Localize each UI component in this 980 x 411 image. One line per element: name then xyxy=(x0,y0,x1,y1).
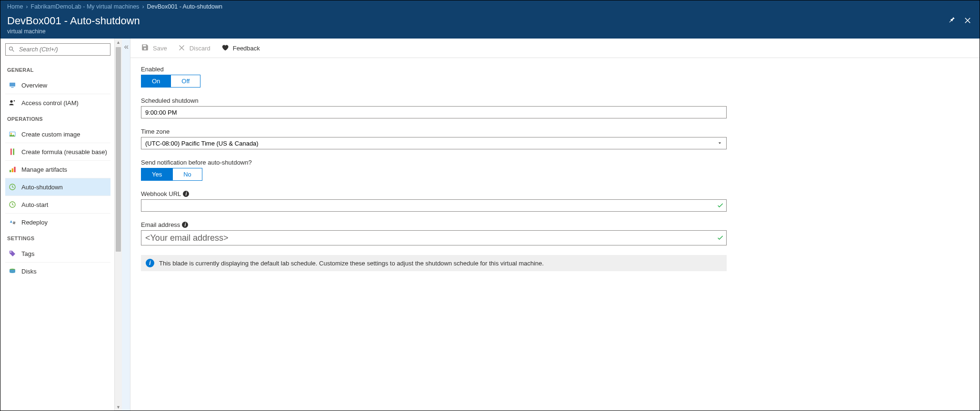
search-input[interactable] xyxy=(5,43,110,56)
svg-rect-6 xyxy=(10,148,12,155)
sidebar-item-disks[interactable]: Disks xyxy=(5,262,110,280)
svg-rect-7 xyxy=(13,148,14,155)
redeploy-icon xyxy=(8,218,17,226)
sidebar-section-general: GENERAL xyxy=(5,62,110,77)
info-bar-text: This blade is currently displaying the d… xyxy=(159,260,544,267)
sidebar-item-auto-shutdown[interactable]: Auto-shutdown xyxy=(5,178,110,196)
breadcrumb-current: DevBox001 - Auto-shutdown xyxy=(147,3,222,10)
disks-icon xyxy=(8,267,17,275)
breadcrumb-home[interactable]: Home xyxy=(7,3,23,10)
clock-icon xyxy=(8,200,17,209)
info-icon[interactable]: i xyxy=(183,191,189,197)
webhook-label: Webhook URL i xyxy=(141,190,727,197)
webhook-input[interactable] xyxy=(141,199,727,212)
sidebar-item-auto-start[interactable]: Auto-start xyxy=(5,196,110,213)
iam-icon xyxy=(8,98,17,107)
toolbar-label: Feedback xyxy=(233,45,260,52)
discard-icon xyxy=(178,43,186,53)
discard-button[interactable]: Discard xyxy=(178,43,210,53)
page-subtitle: virtual machine xyxy=(7,28,973,35)
check-icon xyxy=(717,202,724,210)
toolbar-label: Discard xyxy=(190,45,210,52)
sidebar-item-label: Tags xyxy=(21,250,34,257)
svg-point-14 xyxy=(10,251,11,253)
collapse-sidebar[interactable] xyxy=(122,39,130,411)
enabled-off-button[interactable]: Off xyxy=(170,75,200,87)
breadcrumb-lab[interactable]: FabrikamDemoLab - My virtual machines xyxy=(31,3,140,10)
breadcrumb-sep: › xyxy=(26,3,28,10)
email-input[interactable] xyxy=(141,230,727,245)
breadcrumb-sep: › xyxy=(142,3,144,10)
svg-rect-10 xyxy=(14,167,15,172)
close-icon[interactable] xyxy=(963,16,972,26)
save-icon xyxy=(141,43,149,53)
info-icon: i xyxy=(146,259,154,267)
svg-rect-13 xyxy=(13,221,16,224)
artifacts-icon xyxy=(8,165,17,174)
svg-rect-0 xyxy=(10,83,15,87)
svg-rect-9 xyxy=(12,168,13,172)
timezone-label: Time zone xyxy=(141,128,727,135)
page-title: DevBox001 - Auto-shutdown xyxy=(7,15,140,27)
scheduled-input[interactable] xyxy=(141,106,727,118)
scroll-up-icon[interactable]: ▲ xyxy=(115,39,122,46)
svg-rect-1 xyxy=(11,87,13,88)
check-icon xyxy=(717,234,724,243)
pin-icon[interactable] xyxy=(947,16,956,26)
enabled-label: Enabled xyxy=(141,66,727,73)
save-button[interactable]: Save xyxy=(141,43,167,53)
notify-label: Send notification before auto-shutdown? xyxy=(141,159,727,166)
sidebar-item-redeploy[interactable]: Redeploy xyxy=(5,213,110,231)
scroll-down-icon[interactable]: ▼ xyxy=(115,403,122,411)
sidebar-item-custom-image[interactable]: Create custom image xyxy=(5,126,110,143)
sidebar-item-label: Manage artifacts xyxy=(21,166,67,173)
sidebar-item-overview[interactable]: Overview xyxy=(5,77,110,94)
breadcrumb: Home › FabrikamDemoLab - My virtual mach… xyxy=(7,0,973,15)
feedback-button[interactable]: Feedback xyxy=(221,43,260,53)
toolbar-label: Save xyxy=(153,45,167,52)
sidebar-section-settings: SETTINGS xyxy=(5,231,110,245)
notify-toggle: Yes No xyxy=(141,168,202,181)
notify-yes-button[interactable]: Yes xyxy=(141,168,172,180)
enabled-on-button[interactable]: On xyxy=(141,75,170,87)
scheduled-label: Scheduled shutdown xyxy=(141,97,727,104)
enabled-toggle: On Off xyxy=(141,75,200,88)
info-icon[interactable]: i xyxy=(182,222,188,228)
tag-icon xyxy=(8,249,17,258)
sidebar-item-label: Auto-start xyxy=(21,201,48,208)
search-wrap xyxy=(5,43,110,56)
sidebar: GENERAL Overview Access control (IAM) OP… xyxy=(0,39,130,411)
sidebar-item-label: Create formula (reusable base) xyxy=(21,148,107,156)
toolbar: Save Discard Feedback xyxy=(130,39,980,58)
svg-point-2 xyxy=(10,100,12,103)
svg-point-5 xyxy=(10,133,12,134)
notify-no-button[interactable]: No xyxy=(172,168,202,180)
sidebar-item-label: Access control (IAM) xyxy=(21,99,79,107)
formula-icon xyxy=(8,147,17,156)
scroll-thumb[interactable] xyxy=(116,47,121,252)
sidebar-item-label: Overview xyxy=(21,82,47,89)
heart-icon xyxy=(221,43,229,53)
sidebar-item-tags[interactable]: Tags xyxy=(5,245,110,262)
header: Home › FabrikamDemoLab - My virtual mach… xyxy=(0,0,980,39)
sidebar-item-formula[interactable]: Create formula (reusable base) xyxy=(5,143,110,160)
sidebar-item-label: Redeploy xyxy=(21,219,48,226)
sidebar-item-artifacts[interactable]: Manage artifacts xyxy=(5,160,110,178)
sidebar-item-access-control[interactable]: Access control (IAM) xyxy=(5,94,110,111)
sidebar-section-operations: OPERATIONS xyxy=(5,111,110,126)
sidebar-item-label: Create custom image xyxy=(21,131,80,138)
main-content: Save Discard Feedback Enabled On Off xyxy=(130,39,980,411)
sidebar-scrollbar[interactable]: ▲ ▼ xyxy=(115,39,122,411)
chevron-left-icon xyxy=(123,44,129,51)
sidebar-item-label: Disks xyxy=(21,268,37,275)
clock-icon xyxy=(8,183,17,191)
email-label: Email address i xyxy=(141,221,727,228)
overview-icon xyxy=(8,81,17,89)
svg-point-3 xyxy=(14,100,15,102)
sidebar-item-label: Auto-shutdown xyxy=(21,184,63,191)
custom-image-icon xyxy=(8,130,17,138)
timezone-select[interactable] xyxy=(141,137,727,149)
svg-rect-8 xyxy=(10,170,11,172)
info-bar: i This blade is currently displaying the… xyxy=(141,255,727,271)
